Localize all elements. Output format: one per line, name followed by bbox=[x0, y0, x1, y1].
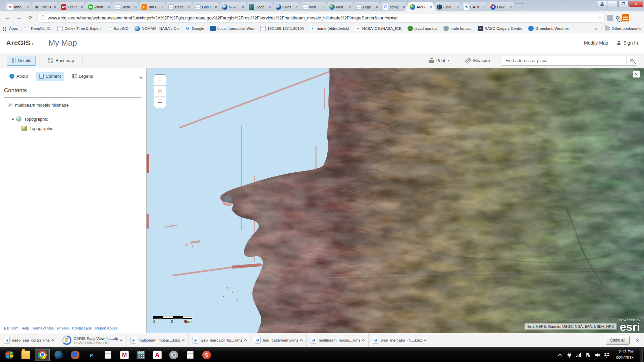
download-item[interactable]: web_mercator_m....kmz bbox=[369, 333, 430, 347]
zoom-in-button[interactable]: + bbox=[154, 75, 166, 86]
bookmark-star-icon[interactable]: ☆ bbox=[597, 15, 601, 21]
chevron-up-icon[interactable] bbox=[181, 339, 185, 342]
minimize-button[interactable]: — bbox=[608, 1, 618, 7]
collapse-panel-icon[interactable]: ◄ bbox=[139, 75, 143, 80]
browser-tab[interactable]: Lege ✕ bbox=[351, 2, 383, 11]
bookmarks-overflow-chevron[interactable]: » bbox=[595, 26, 598, 31]
bookmark-item[interactable]: NASA ICE (NASA_ICE bbox=[355, 26, 401, 31]
tree-expand-icon[interactable]: ◢ bbox=[11, 117, 13, 120]
back-icon[interactable]: ← bbox=[3, 13, 12, 22]
url-input[interactable] bbox=[48, 15, 595, 20]
close-button[interactable]: ✕ bbox=[629, 1, 643, 7]
tab-close-icon[interactable]: ✕ bbox=[429, 5, 432, 9]
browser-tab[interactable]: Deep ✕ bbox=[244, 2, 276, 11]
browser-tab[interactable]: Rese ✕ bbox=[163, 2, 195, 11]
tab-close-icon[interactable]: ✕ bbox=[402, 5, 405, 9]
tab-close-icon[interactable]: ✕ bbox=[456, 5, 459, 9]
bookmark-item[interactable]: Apps bbox=[3, 26, 18, 31]
browser-tab[interactable]: CARI ✕ bbox=[458, 2, 490, 11]
bookmark-item[interactable]: KeepVid DL bbox=[24, 26, 51, 31]
footer-link[interactable]: Esri.com bbox=[4, 326, 18, 330]
taskbar-word-m-app[interactable]: M bbox=[117, 349, 132, 361]
taskbar-acrobat-reader[interactable]: A bbox=[150, 349, 165, 361]
tab-close-icon[interactable]: ✕ bbox=[107, 5, 110, 9]
bookmark-item[interactable]: EarthNC bbox=[107, 26, 128, 31]
bookmark-item[interactable]: thule forcast bbox=[443, 26, 472, 31]
chevron-up-icon[interactable] bbox=[423, 339, 427, 342]
signal-bars-icon[interactable] bbox=[576, 352, 582, 358]
zoom-extension-icon[interactable] bbox=[616, 16, 619, 19]
bookmark-item[interactable]: 192.168.137.1:8010/i bbox=[260, 26, 304, 31]
power-plug-icon[interactable] bbox=[566, 352, 572, 358]
tab-close-icon[interactable]: ✕ bbox=[27, 5, 30, 9]
dropbox-icon[interactable] bbox=[604, 352, 610, 358]
tab-close-icon[interactable]: ✕ bbox=[188, 5, 191, 9]
taskbar-disc-app[interactable] bbox=[166, 349, 181, 361]
extension-icon[interactable] bbox=[607, 15, 613, 21]
map-canvas[interactable]: + ⌂ − ↖ 0 3 6km Esri, HERE, Garmin, USGS… bbox=[147, 68, 644, 333]
taskbar-internet-explorer[interactable]: e bbox=[84, 349, 99, 361]
basemap-child-row[interactable]: Topographic bbox=[21, 126, 143, 131]
browser-tab[interactable]: Sterli ✕ bbox=[109, 2, 142, 11]
chevron-up-icon[interactable] bbox=[362, 339, 365, 342]
sign-in-link[interactable]: Sign In bbox=[617, 40, 638, 46]
taskbar-snagit[interactable]: S bbox=[199, 349, 214, 361]
measure-button[interactable]: Measure bbox=[461, 56, 494, 66]
download-item[interactable]: CARIS Easy View 4.....zip94.1/149 MB, 2 … bbox=[58, 333, 126, 347]
footer-link[interactable]: Terms of Use bbox=[32, 326, 54, 330]
tab-close-icon[interactable]: ✕ bbox=[295, 5, 298, 9]
taskbar-dark-globe-app[interactable] bbox=[51, 349, 66, 361]
address-bar[interactable]: i ☆ bbox=[38, 13, 604, 22]
taskbar-calculator[interactable] bbox=[133, 349, 148, 361]
browser-tab[interactable]: NF-1 ✕ bbox=[217, 2, 249, 11]
speaker-icon[interactable] bbox=[594, 352, 600, 358]
chevron-up-icon[interactable] bbox=[244, 339, 247, 342]
panel-tab-content[interactable]: Content bbox=[36, 72, 64, 81]
basemap-group-row[interactable]: ◢ Topographic bbox=[11, 116, 143, 122]
tab-close-icon[interactable]: ✕ bbox=[241, 5, 244, 9]
refresh-icon[interactable]: ⟳ bbox=[26, 13, 35, 22]
bookmark-item[interactable]: jevad manual bbox=[408, 26, 437, 31]
tab-close-icon[interactable]: ✕ bbox=[510, 5, 513, 9]
taskbar-notepad[interactable] bbox=[183, 349, 198, 361]
taskbar-windows-start[interactable] bbox=[2, 349, 17, 361]
find-address-search[interactable] bbox=[502, 56, 637, 66]
tab-close-icon[interactable]: ✕ bbox=[80, 5, 83, 9]
taskbar-file-explorer[interactable] bbox=[18, 349, 33, 361]
taskbar-chrome[interactable] bbox=[35, 349, 50, 361]
bookmark-item[interactable]: Google bbox=[185, 26, 204, 31]
modify-map-link[interactable]: Modify Map bbox=[584, 40, 608, 46]
search-input[interactable] bbox=[502, 58, 626, 63]
tab-close-icon[interactable]: ✕ bbox=[268, 5, 271, 9]
layer-row[interactable]: ✓ multibeam mosaic hillshade bbox=[8, 103, 143, 108]
tab-close-icon[interactable]: ✕ bbox=[161, 5, 164, 9]
new-tab-button[interactable] bbox=[513, 3, 524, 9]
chevron-up-icon[interactable] bbox=[51, 339, 54, 342]
maximize-button[interactable]: ❐ bbox=[619, 1, 629, 7]
details-button[interactable]: Details bbox=[7, 56, 36, 66]
expand-arrow-icon[interactable]: ↖ bbox=[633, 70, 640, 78]
browser-tab[interactable]: Jim B ✕ bbox=[136, 2, 168, 11]
chevron-up-icon[interactable] bbox=[300, 339, 303, 342]
browser-tab[interactable]: Inbo ✕ bbox=[2, 2, 34, 11]
panel-tab-legend[interactable]: Legend bbox=[69, 72, 97, 81]
bookmark-item[interactable]: Local Interactive Wea bbox=[210, 26, 254, 31]
flag-alert-icon[interactable] bbox=[585, 352, 591, 358]
search-button[interactable] bbox=[626, 56, 637, 65]
browser-tab[interactable]: The H ✕ bbox=[29, 2, 61, 11]
browser-tab[interactable]: Gas D ✕ bbox=[190, 2, 222, 11]
hillshade-map[interactable] bbox=[147, 68, 644, 333]
download-item[interactable]: web_mercator_fis....kmz bbox=[189, 333, 251, 347]
panel-tab-about[interactable]: i About bbox=[6, 72, 31, 81]
footer-link[interactable]: Contact Esri bbox=[72, 326, 92, 330]
browser-tab[interactable]: Mult ✕ bbox=[324, 2, 356, 11]
arcgis-logo[interactable]: ArcGIS▾ bbox=[6, 39, 34, 47]
tab-close-icon[interactable]: ✕ bbox=[349, 5, 352, 9]
bookmark-item[interactable]: Greenland Weather bbox=[528, 26, 569, 31]
download-item[interactable]: bag_bathymetry.kmz bbox=[251, 333, 307, 347]
bookmark-item[interactable]: home (ebfrederick) bbox=[310, 26, 349, 31]
basemap-button[interactable]: Basemap bbox=[44, 56, 78, 66]
tab-close-icon[interactable]: ✕ bbox=[376, 5, 378, 9]
taskbar-firefox[interactable] bbox=[68, 349, 83, 361]
browser-tab[interactable]: stony ✕ bbox=[378, 2, 410, 11]
